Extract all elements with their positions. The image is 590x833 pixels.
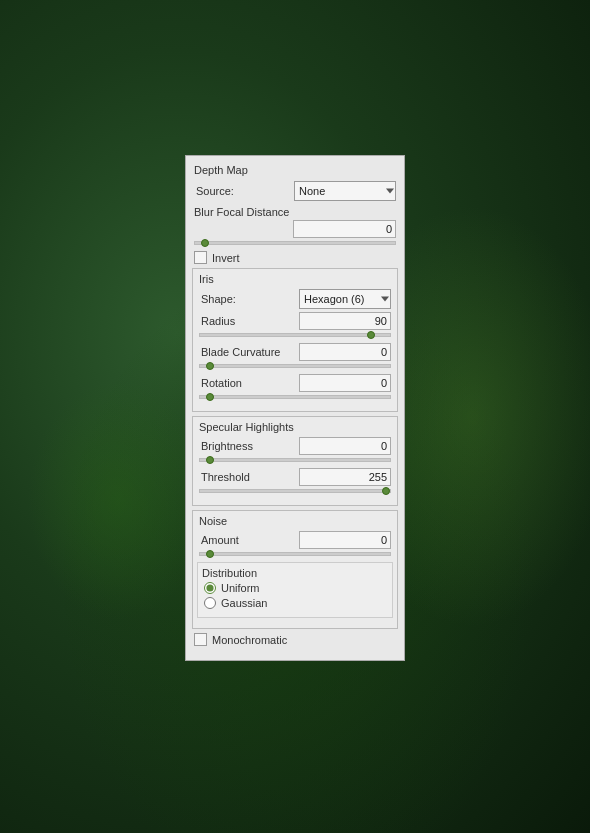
rotation-input[interactable] — [299, 374, 391, 392]
threshold-row: Threshold — [197, 468, 393, 486]
blade-curvature-slider-track[interactable] — [199, 364, 391, 368]
blur-focal-slider-thumb[interactable] — [201, 239, 209, 247]
invert-row: Invert — [194, 251, 396, 264]
rotation-slider-thumb[interactable] — [206, 393, 214, 401]
rotation-label: Rotation — [199, 377, 299, 389]
blade-curvature-row: Blade Curvature — [197, 343, 393, 361]
gaussian-radio[interactable] — [204, 597, 216, 609]
blade-curvature-label: Blade Curvature — [199, 346, 299, 358]
uniform-label: Uniform — [221, 582, 260, 594]
source-select-wrapper: None Transparency Layer Mask — [294, 181, 396, 201]
rotation-slider-row — [197, 395, 393, 399]
noise-title: Noise — [197, 515, 393, 527]
amount-slider-row — [197, 552, 393, 556]
brightness-slider-track[interactable] — [199, 458, 391, 462]
gaussian-radio-row: Gaussian — [204, 597, 386, 609]
specular-title: Specular Highlights — [197, 421, 393, 433]
threshold-slider-thumb[interactable] — [382, 487, 390, 495]
shape-row: Shape: Triangle (3) Square (4) Pentagon … — [197, 289, 393, 309]
radius-label: Radius — [199, 315, 299, 327]
radius-row: Radius — [197, 312, 393, 330]
uniform-radio[interactable] — [204, 582, 216, 594]
source-select[interactable]: None Transparency Layer Mask — [294, 181, 396, 201]
specular-group: Specular Highlights Brightness Threshold — [192, 416, 398, 506]
blur-focal-slider-row — [192, 241, 398, 245]
brightness-input[interactable] — [299, 437, 391, 455]
amount-slider-thumb[interactable] — [206, 550, 214, 558]
shape-select-wrapper: Triangle (3) Square (4) Pentagon (5) Hex… — [299, 289, 391, 309]
threshold-slider-row — [197, 489, 393, 493]
radius-slider-row — [197, 333, 393, 337]
brightness-row: Brightness — [197, 437, 393, 455]
depth-map-section: Depth Map Source: None Transparency Laye… — [192, 164, 398, 245]
brightness-slider-thumb[interactable] — [206, 456, 214, 464]
rotation-slider-track[interactable] — [199, 395, 391, 399]
gaussian-label: Gaussian — [221, 597, 267, 609]
uniform-radio-row: Uniform — [204, 582, 386, 594]
brightness-label: Brightness — [199, 440, 299, 452]
monochromatic-checkbox[interactable] — [194, 633, 207, 646]
radius-slider-track[interactable] — [199, 333, 391, 337]
threshold-input[interactable] — [299, 468, 391, 486]
shape-label: Shape: — [199, 293, 299, 305]
amount-input[interactable] — [299, 531, 391, 549]
iris-title: Iris — [197, 273, 393, 285]
blur-focal-row — [192, 220, 398, 238]
noise-group: Noise Amount Distribution Uniform Gaussi… — [192, 510, 398, 629]
blade-curvature-slider-thumb[interactable] — [206, 362, 214, 370]
invert-label: Invert — [212, 252, 240, 264]
radius-input[interactable] — [299, 312, 391, 330]
radius-slider-thumb[interactable] — [367, 331, 375, 339]
blade-curvature-input[interactable] — [299, 343, 391, 361]
source-label: Source: — [194, 185, 294, 197]
depth-map-title: Depth Map — [192, 164, 398, 176]
distribution-title: Distribution — [202, 567, 388, 579]
amount-slider-track[interactable] — [199, 552, 391, 556]
invert-checkbox[interactable] — [194, 251, 207, 264]
iris-group: Iris Shape: Triangle (3) Square (4) Pent… — [192, 268, 398, 412]
amount-row: Amount — [197, 531, 393, 549]
distribution-section: Distribution Uniform Gaussian — [197, 562, 393, 618]
blur-focal-slider-track[interactable] — [194, 241, 396, 245]
threshold-slider-track[interactable] — [199, 489, 391, 493]
monochromatic-row: Monochromatic — [194, 633, 396, 646]
blur-focal-input[interactable] — [293, 220, 397, 238]
source-row: Source: None Transparency Layer Mask — [192, 181, 398, 201]
monochromatic-label: Monochromatic — [212, 634, 287, 646]
blade-curvature-slider-row — [197, 364, 393, 368]
main-panel: Depth Map Source: None Transparency Laye… — [185, 155, 405, 661]
blur-focal-label: Blur Focal Distance — [192, 204, 398, 220]
amount-label: Amount — [199, 534, 299, 546]
rotation-row: Rotation — [197, 374, 393, 392]
brightness-slider-row — [197, 458, 393, 462]
shape-select[interactable]: Triangle (3) Square (4) Pentagon (5) Hex… — [299, 289, 391, 309]
threshold-label: Threshold — [199, 471, 299, 483]
